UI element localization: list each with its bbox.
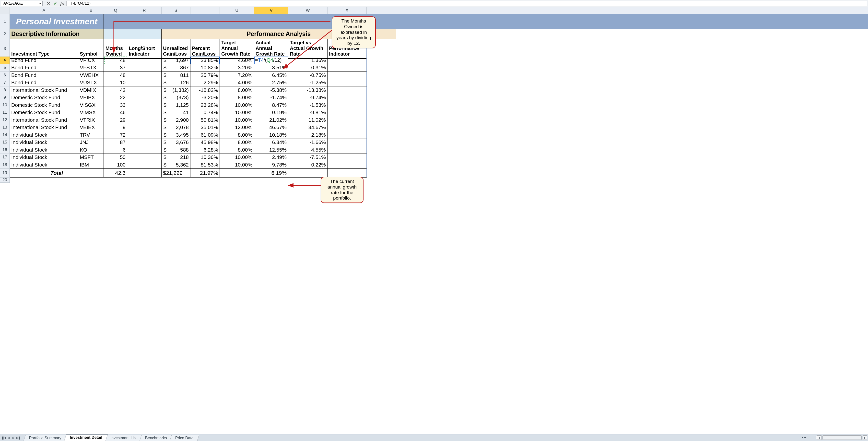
column-header-U[interactable]: U: [220, 7, 254, 14]
cell-target-vs-actual[interactable]: 1.36%: [288, 57, 328, 64]
row-header-10[interactable]: 10: [0, 101, 10, 109]
cell-unrealized[interactable]: $3,676: [161, 139, 190, 146]
cell-percent-gl[interactable]: 6.28%: [190, 146, 220, 154]
cell-target-vs-actual[interactable]: -1.66%: [288, 139, 328, 146]
empty-cell[interactable]: [10, 178, 78, 183]
cell-type[interactable]: Domestic Stock Fund: [10, 94, 78, 101]
cell-target-annual[interactable]: 8.00%: [220, 131, 254, 139]
total-long-short[interactable]: [127, 169, 161, 178]
empty-cell[interactable]: [367, 178, 396, 183]
sheet-tab-investment-detail[interactable]: Investment Detail: [64, 434, 108, 441]
cell-unrealized[interactable]: $588: [161, 146, 190, 154]
cell-percent-gl[interactable]: 10.82%: [190, 64, 220, 72]
cell-target-annual[interactable]: 3.20%: [220, 64, 254, 72]
tab-split-handle[interactable]: [802, 436, 812, 439]
cell-months[interactable]: 37: [104, 64, 127, 72]
cell-symbol[interactable]: VISGX: [78, 101, 104, 109]
row-header-4[interactable]: 4: [0, 57, 10, 64]
cell-long-short[interactable]: [127, 94, 161, 101]
tab-last-icon[interactable]: ▸▮: [16, 436, 21, 440]
cell-symbol[interactable]: VFSTX: [78, 64, 104, 72]
cell-target-vs-actual[interactable]: -0.75%: [288, 71, 328, 79]
cell-symbol[interactable]: VIMSX: [78, 109, 104, 117]
cell-target-vs-actual[interactable]: 0.31%: [288, 64, 328, 72]
cancel-formula-button[interactable]: ✕: [46, 1, 51, 6]
cell-target-annual[interactable]: 10.00%: [220, 161, 254, 169]
sheet-tab-portfolio-summary[interactable]: Portfolio Summary: [24, 435, 67, 441]
cell-actual-annual[interactable]: -1.74%: [254, 94, 288, 101]
cell-unrealized[interactable]: $126: [161, 79, 190, 87]
cell-actual-annual[interactable]: 10.18%: [254, 131, 288, 139]
cell-long-short[interactable]: [127, 154, 161, 161]
cell-target-annual[interactable]: 4.60%: [220, 57, 254, 64]
cell-target-annual[interactable]: 8.00%: [220, 86, 254, 94]
cell-unrealized[interactable]: $5,362: [161, 161, 190, 169]
cell-unrealized[interactable]: $218: [161, 154, 190, 161]
cell-performance-indicator[interactable]: [328, 79, 367, 87]
cell-symbol[interactable]: VUSTX: [78, 79, 104, 87]
cell-target-vs-actual[interactable]: -13.38%: [288, 86, 328, 94]
row-header-2[interactable]: 2: [0, 29, 10, 39]
cell-symbol[interactable]: IBM: [78, 161, 104, 169]
cell-performance-indicator[interactable]: [328, 139, 367, 146]
cell-percent-gl[interactable]: 35.01%: [190, 124, 220, 131]
cell-unrealized[interactable]: $41: [161, 109, 190, 117]
cell-performance-indicator[interactable]: [328, 71, 367, 79]
row-header-18[interactable]: 18: [0, 161, 10, 169]
total-percent-gl[interactable]: 21.97%: [190, 169, 220, 178]
cell-type[interactable]: International Stock Fund: [10, 86, 78, 94]
hscroll-right-icon[interactable]: ▸: [863, 435, 867, 440]
formula-input[interactable]: =T4/(Q4/12): [66, 1, 867, 6]
hscroll-left-icon[interactable]: ◂: [817, 435, 822, 440]
cell-target-vs-actual[interactable]: -0.22%: [288, 161, 328, 169]
row-header-7[interactable]: 7: [0, 79, 10, 87]
cell-symbol[interactable]: VTRIX: [78, 116, 104, 124]
cell-actual-annual[interactable]: 6.34%: [254, 139, 288, 146]
total-months[interactable]: 42.6: [104, 169, 127, 178]
cell-months[interactable]: 100: [104, 161, 127, 169]
cell-percent-gl[interactable]: 81.53%: [190, 161, 220, 169]
cell-months[interactable]: 9: [104, 124, 127, 131]
column-header-V[interactable]: V: [254, 7, 288, 14]
cell-months[interactable]: 48: [104, 57, 127, 64]
cell-type[interactable]: Domestic Stock Fund: [10, 101, 78, 109]
cell-performance-indicator[interactable]: [328, 124, 367, 131]
cell-percent-gl[interactable]: 25.79%: [190, 71, 220, 79]
cell-long-short[interactable]: [127, 116, 161, 124]
cell-target-annual[interactable]: 4.00%: [220, 79, 254, 87]
cell-percent-gl[interactable]: 23.28%: [190, 101, 220, 109]
cell-type[interactable]: Bond Fund: [10, 71, 78, 79]
cell-unrealized[interactable]: $1,125: [161, 101, 190, 109]
tab-first-icon[interactable]: ▮◂: [1, 436, 6, 440]
cell-unrealized[interactable]: $2,900: [161, 116, 190, 124]
cell-actual-annual[interactable]: 0.19%: [254, 109, 288, 117]
cell-months[interactable]: 50: [104, 154, 127, 161]
cell-type[interactable]: Individual Stock: [10, 161, 78, 169]
tab-next-icon[interactable]: ▸: [11, 436, 16, 440]
cell-performance-indicator[interactable]: [328, 146, 367, 154]
cell-symbol[interactable]: VEIEX: [78, 124, 104, 131]
cell-actual-annual[interactable]: 3.51%: [254, 64, 288, 72]
cell-actual-annual[interactable]: 8.47%: [254, 101, 288, 109]
cell-type[interactable]: Individual Stock: [10, 154, 78, 161]
empty-cell[interactable]: [161, 178, 190, 183]
cell-target-vs-actual[interactable]: -9.74%: [288, 94, 328, 101]
total-performance-indicator[interactable]: [328, 169, 367, 178]
cell-target-annual[interactable]: 7.20%: [220, 71, 254, 79]
empty-cell[interactable]: [254, 178, 288, 183]
column-header-S[interactable]: S: [161, 7, 190, 14]
row-header-19[interactable]: 19: [0, 169, 10, 178]
cell-long-short[interactable]: [127, 57, 161, 64]
cell-performance-indicator[interactable]: [328, 154, 367, 161]
cell-percent-gl[interactable]: 0.74%: [190, 109, 220, 117]
cell-long-short[interactable]: [127, 139, 161, 146]
cell-months[interactable]: 72: [104, 131, 127, 139]
empty-cell[interactable]: [104, 178, 127, 183]
cell-percent-gl[interactable]: 50.81%: [190, 116, 220, 124]
name-box[interactable]: AVERAGE: [1, 1, 42, 6]
cell-months[interactable]: 33: [104, 101, 127, 109]
cell-performance-indicator[interactable]: [328, 109, 367, 117]
cell-type[interactable]: Bond Fund: [10, 64, 78, 72]
cell-symbol[interactable]: JNJ: [78, 139, 104, 146]
cell-percent-gl[interactable]: -3.20%: [190, 94, 220, 101]
